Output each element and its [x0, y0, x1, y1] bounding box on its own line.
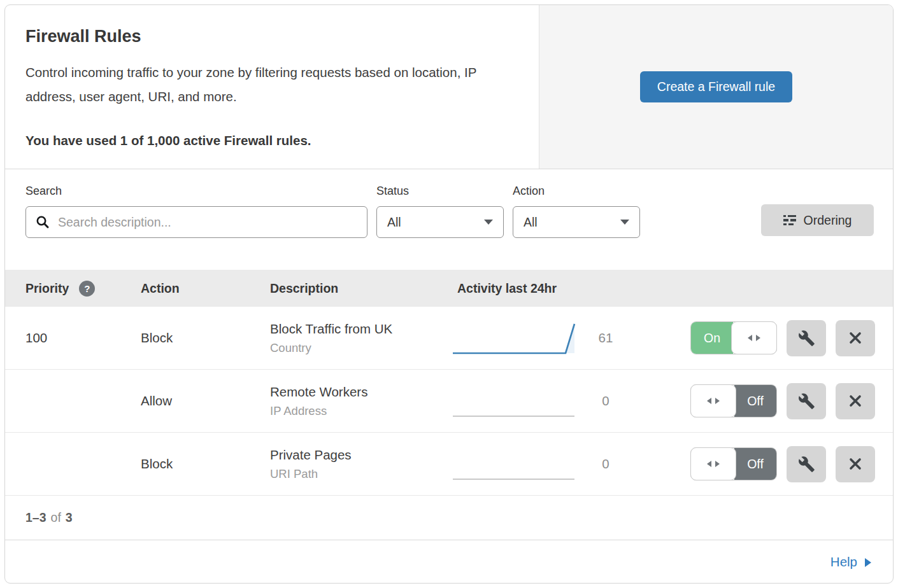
description-cell: Block Traffic from UK Country	[270, 321, 451, 355]
drag-arrows-icon	[707, 398, 711, 404]
toggle-state-label: Off	[734, 448, 776, 480]
activity-count: 61	[586, 330, 625, 346]
close-icon	[848, 456, 863, 472]
drag-arrows-icon	[748, 335, 752, 341]
column-header-priority: Priority ?	[25, 281, 141, 297]
close-icon	[848, 330, 863, 346]
search-label: Search	[25, 185, 367, 198]
ordering-button-wrap: Ordering	[761, 185, 874, 236]
activity-count: 0	[586, 456, 625, 472]
action-select[interactable]: All	[513, 206, 640, 238]
rule-match-type: URI Path	[270, 467, 451, 481]
activity-sparkline	[451, 444, 586, 484]
rule-enabled-toggle[interactable]: Off	[690, 447, 777, 480]
drag-arrows-icon	[756, 335, 760, 341]
action-cell: Allow	[141, 393, 270, 409]
search-field-group: Search	[25, 185, 367, 238]
page-description: Control incoming traffic to your zone by…	[25, 60, 513, 109]
pagination-total: 3	[66, 510, 73, 525]
search-input[interactable]	[57, 214, 358, 230]
action-filter-group: Action All	[513, 185, 640, 238]
action-cell: Block	[141, 456, 270, 472]
hero-section: Firewall Rules Control incoming traffic …	[5, 5, 893, 169]
toggle-handle[interactable]	[731, 321, 777, 354]
hero-action-panel: Create a Firewall rule	[539, 5, 893, 169]
table-row: Block Private Pages URI Path 0 Off	[5, 433, 893, 496]
drag-arrows-icon	[707, 461, 711, 467]
status-filter-group: Status All	[376, 185, 504, 238]
search-field[interactable]	[25, 206, 367, 238]
pagination-bar: 1–3 of 3	[5, 496, 893, 540]
close-icon	[848, 393, 863, 409]
column-header-activity: Activity last 24hr	[451, 281, 625, 296]
column-header-description: Description	[270, 281, 451, 296]
create-firewall-rule-button[interactable]: Create a Firewall rule	[640, 71, 792, 102]
rule-match-type: Country	[270, 341, 451, 355]
wrench-icon	[798, 456, 815, 473]
table-row: Allow Remote Workers IP Address 0 Off	[5, 370, 893, 433]
toggle-handle[interactable]	[690, 384, 736, 417]
activity-sparkline	[451, 381, 586, 421]
rule-enabled-toggle[interactable]: On	[690, 321, 777, 354]
rule-controls: Off	[625, 383, 875, 419]
action-selected-value: All	[524, 215, 538, 230]
toggle-handle[interactable]	[690, 447, 736, 480]
pagination-range: 1–3	[25, 510, 46, 525]
help-link[interactable]: Help	[830, 554, 871, 570]
action-label: Action	[513, 185, 640, 198]
hero-text-block: Firewall Rules Control incoming traffic …	[5, 5, 539, 169]
rule-enabled-toggle[interactable]: Off	[690, 384, 777, 417]
filters-bar: Search Status All Action All	[5, 169, 893, 270]
status-select[interactable]: All	[376, 206, 504, 238]
edit-rule-button[interactable]	[787, 383, 826, 419]
chevron-down-icon	[620, 220, 629, 225]
wrench-icon	[798, 393, 815, 410]
help-link-label: Help	[830, 554, 857, 570]
help-bar: Help	[5, 540, 893, 583]
list-ordering-icon	[783, 215, 796, 226]
pagination-of-label: of	[51, 510, 61, 525]
activity-sparkline	[451, 318, 586, 358]
rule-controls: Off	[625, 446, 875, 482]
toggle-state-label: On	[691, 322, 733, 354]
ordering-button-label: Ordering	[804, 213, 852, 228]
table-row: 100 Block Block Traffic from UK Country …	[5, 307, 893, 370]
chevron-down-icon	[484, 220, 493, 225]
page-title: Firewall Rules	[25, 27, 513, 46]
edit-rule-button[interactable]	[787, 320, 826, 356]
delete-rule-button[interactable]	[836, 320, 875, 356]
rule-description: Block Traffic from UK	[270, 321, 451, 337]
priority-help-icon[interactable]: ?	[79, 281, 95, 297]
firewall-rules-card: Firewall Rules Control incoming traffic …	[4, 4, 894, 584]
rule-match-type: IP Address	[270, 404, 451, 418]
drag-arrows-icon	[715, 461, 720, 467]
status-label: Status	[376, 185, 504, 198]
rule-description: Remote Workers	[270, 384, 451, 400]
ordering-button[interactable]: Ordering	[761, 204, 874, 236]
rule-controls: On	[625, 320, 875, 356]
column-header-action: Action	[141, 281, 270, 296]
description-cell: Remote Workers IP Address	[270, 384, 451, 418]
priority-cell: 100	[25, 330, 141, 346]
arrow-right-icon	[865, 558, 871, 567]
activity-count: 0	[586, 393, 625, 409]
priority-header-label: Priority	[25, 281, 69, 296]
delete-rule-button[interactable]	[836, 383, 875, 419]
search-icon	[35, 214, 50, 230]
status-selected-value: All	[387, 215, 401, 230]
description-cell: Private Pages URI Path	[270, 447, 451, 481]
delete-rule-button[interactable]	[836, 446, 875, 482]
wrench-icon	[798, 330, 815, 347]
action-cell: Block	[141, 330, 270, 346]
table-header-row: Priority ? Action Description Activity l…	[5, 270, 893, 307]
toggle-state-label: Off	[734, 385, 776, 417]
usage-note: You have used 1 of 1,000 active Firewall…	[25, 133, 513, 148]
edit-rule-button[interactable]	[787, 446, 826, 482]
rule-description: Private Pages	[270, 447, 451, 463]
drag-arrows-icon	[715, 398, 720, 404]
